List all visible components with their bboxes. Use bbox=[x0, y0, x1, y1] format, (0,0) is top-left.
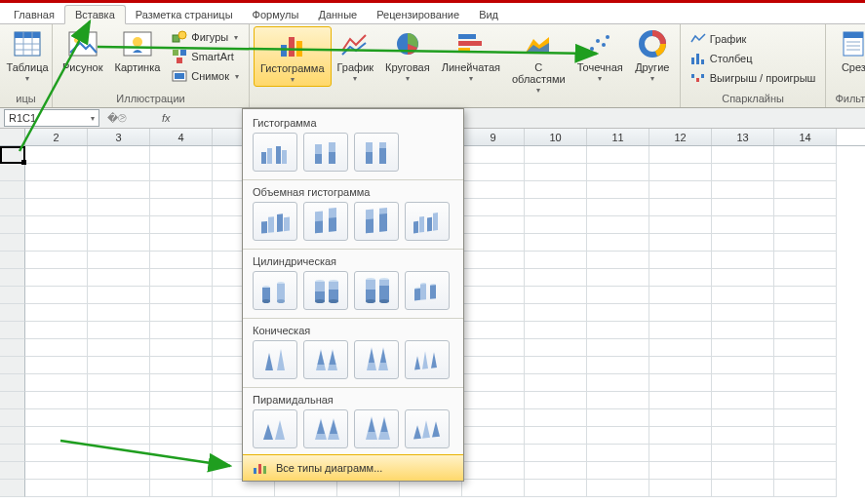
row-header[interactable] bbox=[0, 252, 25, 269]
cell[interactable] bbox=[649, 339, 712, 357]
chart-type-3d-100-stacked-column[interactable] bbox=[354, 202, 399, 241]
chart-type-cone-3d[interactable] bbox=[405, 340, 450, 379]
cell[interactable] bbox=[25, 322, 88, 339]
cell[interactable] bbox=[712, 304, 774, 322]
col-header[interactable]: 2 bbox=[25, 129, 88, 145]
chart-type-pyramid-3d[interactable] bbox=[405, 409, 450, 448]
chart-type-pyramid-100-stacked[interactable] bbox=[354, 409, 399, 448]
cell[interactable] bbox=[525, 357, 587, 374]
cell[interactable] bbox=[150, 252, 213, 269]
cell[interactable] bbox=[88, 357, 150, 374]
cell[interactable] bbox=[525, 322, 587, 339]
cell[interactable] bbox=[774, 445, 837, 462]
chart-type-cone-clustered[interactable] bbox=[253, 340, 297, 379]
row-header[interactable] bbox=[0, 480, 25, 497]
cell[interactable] bbox=[774, 164, 837, 181]
cell[interactable] bbox=[649, 199, 712, 216]
cell[interactable] bbox=[462, 374, 525, 392]
cell[interactable] bbox=[774, 252, 837, 269]
cell[interactable] bbox=[712, 234, 774, 252]
shapes-button[interactable]: Фигуры▾ bbox=[170, 28, 241, 46]
cell[interactable] bbox=[712, 146, 774, 164]
cell[interactable] bbox=[587, 287, 649, 304]
sparkline-winloss-button[interactable]: Выигрыш / проигрыш bbox=[688, 69, 818, 87]
cell[interactable] bbox=[525, 462, 587, 480]
chart-type-cylinder-100-stacked[interactable] bbox=[354, 271, 399, 310]
cell[interactable] bbox=[150, 304, 213, 322]
cell[interactable] bbox=[712, 322, 774, 339]
row-header[interactable] bbox=[0, 322, 25, 339]
histogram-button[interactable]: Гистограмма ▾ bbox=[254, 26, 332, 87]
cell[interactable] bbox=[649, 445, 712, 462]
cell[interactable] bbox=[649, 392, 712, 409]
cell[interactable] bbox=[587, 427, 649, 445]
cell[interactable] bbox=[150, 427, 213, 445]
slicer-button[interactable]: Срез bbox=[830, 26, 865, 75]
cell[interactable] bbox=[649, 304, 712, 322]
cell[interactable] bbox=[25, 357, 88, 374]
row-header[interactable] bbox=[0, 234, 25, 252]
cell[interactable] bbox=[462, 480, 525, 497]
cell[interactable] bbox=[150, 409, 213, 427]
cell[interactable] bbox=[25, 199, 88, 216]
tab-view[interactable]: Вид bbox=[469, 6, 508, 23]
cell[interactable] bbox=[712, 181, 774, 199]
cell[interactable] bbox=[462, 199, 525, 216]
fx-icon[interactable]: fx bbox=[162, 112, 171, 124]
cell[interactable] bbox=[649, 374, 712, 392]
cell[interactable] bbox=[774, 234, 837, 252]
cell[interactable] bbox=[213, 480, 275, 497]
cell[interactable] bbox=[712, 374, 774, 392]
cell[interactable] bbox=[649, 269, 712, 287]
cell[interactable] bbox=[88, 252, 150, 269]
row-header[interactable] bbox=[0, 269, 25, 287]
chart-type-3d-column[interactable] bbox=[405, 202, 450, 241]
cell[interactable] bbox=[150, 322, 213, 339]
chart-type-cylinder-3d[interactable] bbox=[405, 271, 450, 310]
cell[interactable] bbox=[462, 181, 525, 199]
tab-formulas[interactable]: Формулы bbox=[243, 6, 309, 23]
cell[interactable] bbox=[587, 462, 649, 480]
cell[interactable] bbox=[275, 480, 337, 497]
col-header[interactable]: 3 bbox=[88, 129, 150, 145]
chart-type-cone-stacked[interactable] bbox=[303, 340, 348, 379]
cell[interactable] bbox=[25, 181, 88, 199]
cell[interactable] bbox=[774, 357, 837, 374]
col-header[interactable]: 4 bbox=[150, 129, 213, 145]
cell[interactable] bbox=[150, 374, 213, 392]
area-chart-button[interactable]: Собластями ▾ bbox=[506, 26, 571, 97]
cell[interactable] bbox=[525, 409, 587, 427]
cell[interactable] bbox=[150, 234, 213, 252]
cell[interactable] bbox=[649, 287, 712, 304]
cell[interactable] bbox=[712, 409, 774, 427]
cell[interactable] bbox=[712, 287, 774, 304]
cell[interactable] bbox=[649, 164, 712, 181]
cell[interactable] bbox=[88, 322, 150, 339]
cell[interactable] bbox=[525, 392, 587, 409]
cell[interactable] bbox=[712, 480, 774, 497]
cell[interactable] bbox=[649, 480, 712, 497]
cell[interactable] bbox=[25, 146, 88, 164]
cell[interactable] bbox=[462, 164, 525, 181]
chart-type-3d-clustered-column[interactable] bbox=[253, 202, 297, 241]
cell[interactable] bbox=[649, 357, 712, 374]
cell[interactable] bbox=[712, 357, 774, 374]
cell[interactable] bbox=[525, 164, 587, 181]
cell[interactable] bbox=[462, 409, 525, 427]
cell[interactable] bbox=[150, 339, 213, 357]
cell[interactable] bbox=[712, 269, 774, 287]
cell[interactable] bbox=[774, 322, 837, 339]
cell[interactable] bbox=[150, 146, 213, 164]
cell[interactable] bbox=[525, 216, 587, 234]
cell[interactable] bbox=[88, 339, 150, 357]
cell[interactable] bbox=[462, 216, 525, 234]
cell[interactable] bbox=[462, 322, 525, 339]
cell[interactable] bbox=[150, 392, 213, 409]
cell[interactable] bbox=[150, 269, 213, 287]
sparkline-line-button[interactable]: График bbox=[688, 30, 818, 48]
clipart-button[interactable]: Картинка bbox=[109, 26, 167, 75]
cell[interactable] bbox=[587, 374, 649, 392]
cell[interactable] bbox=[587, 357, 649, 374]
cell[interactable] bbox=[150, 445, 213, 462]
cell[interactable] bbox=[649, 427, 712, 445]
